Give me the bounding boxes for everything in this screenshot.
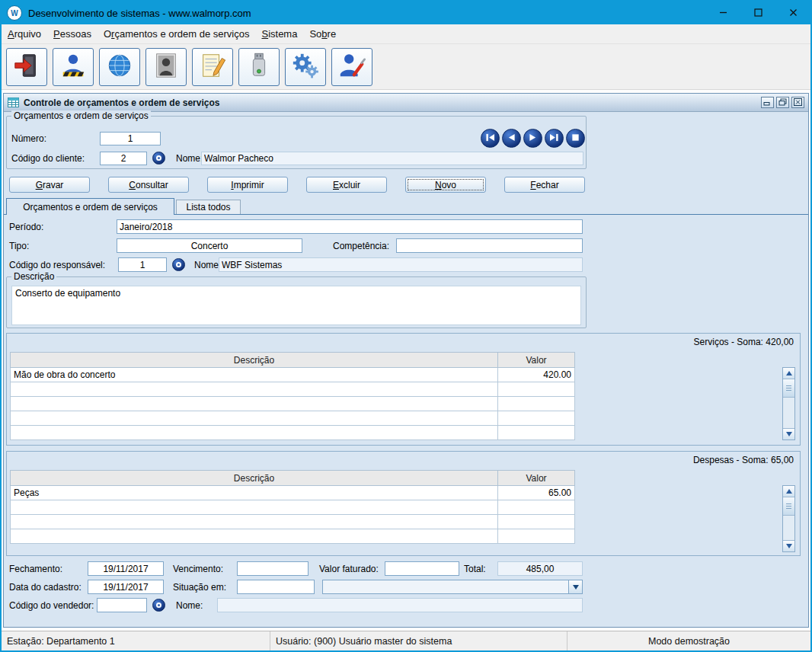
tab-lista-todos[interactable]: Lista todos — [176, 200, 241, 214]
descricao-textarea[interactable]: Conserto de equipamento — [11, 286, 581, 325]
toolbar-support-button[interactable] — [331, 48, 372, 86]
iw-minimize-button[interactable] — [761, 97, 774, 108]
cliente-lookup-button[interactable] — [152, 152, 165, 165]
imprimir-button[interactable]: Imprimir — [207, 177, 288, 193]
nav-previous-button[interactable] — [502, 129, 521, 148]
notepad-pencil-icon — [198, 51, 227, 82]
situacao-data-input[interactable] — [237, 580, 315, 594]
iw-restore-button[interactable] — [776, 97, 789, 108]
minimize-icon — [719, 8, 727, 19]
scroll-down-button[interactable] — [783, 540, 794, 551]
vencimento-label: Vencimento: — [173, 564, 223, 574]
situacao-combo-value[interactable] — [323, 580, 568, 593]
scroll-thumb[interactable] — [783, 497, 794, 516]
toolbar-web-button[interactable] — [99, 48, 140, 86]
scroll-up-button[interactable] — [783, 368, 794, 379]
toolbar-photo-button[interactable] — [145, 48, 187, 86]
numero-input[interactable] — [100, 132, 161, 145]
gravar-button[interactable]: Gravar — [9, 177, 90, 193]
status-estacao: Estação: Departamento 1 — [2, 631, 270, 650]
iw-close-icon — [794, 97, 802, 108]
nav-last-icon — [545, 129, 563, 149]
maximize-button[interactable] — [740, 2, 775, 24]
chevron-down-icon — [573, 585, 579, 590]
situacao-combobox[interactable] — [322, 580, 583, 594]
menu-item-sistema[interactable]: Sistema — [255, 24, 303, 43]
servicos-row-empty[interactable] — [11, 411, 575, 426]
technician-icon — [337, 51, 366, 82]
toolbar-people-button[interactable] — [53, 48, 94, 86]
toolbar-backup-button[interactable] — [238, 48, 280, 86]
servicos-table: Descrição Valor Mão de obra do concerto4… — [10, 352, 575, 440]
header-group-legend: Orçamentos e ordem de serviços — [11, 110, 151, 121]
scroll-up-button[interactable] — [783, 486, 794, 497]
data-cadastro-input[interactable] — [88, 580, 164, 594]
worker-icon — [59, 51, 88, 82]
toolbar-exit-button[interactable] — [6, 48, 47, 86]
fechar-button[interactable]: Fechar — [504, 177, 585, 193]
app-window: W Desenvolvimento de sistemas - www.walm… — [0, 0, 812, 652]
despesas-row-empty[interactable] — [11, 515, 575, 529]
iw-minimize-icon — [763, 97, 772, 108]
despesas-col-descricao: Descrição — [11, 471, 498, 486]
fechamento-label: Fechamento: — [9, 564, 62, 574]
servicos-scrollbar[interactable] — [782, 367, 795, 440]
periodo-input[interactable] — [117, 219, 583, 234]
minimize-button[interactable] — [705, 2, 740, 24]
menu-item-arquivo[interactable]: Arquivo — [2, 24, 47, 43]
nav-first-button[interactable] — [481, 129, 500, 148]
cliente-nome-field — [201, 152, 583, 165]
nav-last-button[interactable] — [545, 129, 564, 148]
despesas-row-empty[interactable] — [11, 500, 575, 515]
servicos-panel: Serviços - Soma: 420,00 Descrição Valor … — [6, 333, 801, 446]
despesas-row[interactable]: Peças65.00 — [11, 486, 575, 500]
status-usuario: Usuário: (900) Usuário master do sistema — [270, 631, 567, 650]
periodo-label: Período: — [9, 222, 43, 232]
scroll-thumb[interactable] — [783, 379, 794, 398]
menu-item-pessoas[interactable]: Pessoas — [47, 24, 98, 43]
valor-faturado-input[interactable] — [385, 561, 459, 576]
excluir-button[interactable]: Excluir — [306, 177, 387, 193]
menu-item-sobre[interactable]: Sobre — [303, 24, 342, 43]
total-label: Total: — [464, 564, 486, 574]
fechamento-input[interactable] — [88, 561, 164, 576]
competencia-input[interactable] — [396, 238, 583, 253]
vendedor-lookup-button[interactable] — [152, 599, 165, 612]
servicos-row-empty[interactable] — [11, 426, 575, 440]
despesas-col-valor: Valor — [498, 471, 575, 486]
tab-orcamentos[interactable]: Orçamentos e ordem de serviços — [6, 198, 174, 215]
consultar-button[interactable]: Consultar — [108, 177, 189, 193]
scroll-down-button[interactable] — [783, 428, 794, 439]
vendedor-codigo-input[interactable] — [97, 598, 147, 612]
despesas-table: Descrição Valor Peças65.00 — [10, 470, 575, 544]
toolbar-orders-button[interactable] — [192, 48, 233, 86]
toolbar-settings-button[interactable] — [285, 48, 326, 86]
tipo-input[interactable] — [117, 238, 302, 253]
numero-label: Número: — [11, 133, 46, 144]
servicos-row[interactable]: Mão de obra do concerto420.00 — [11, 368, 575, 382]
orders-window: Controle de orçamentos e ordem de serviç… — [3, 93, 809, 628]
arrow-down-icon — [786, 544, 792, 548]
app-logo-icon: W — [7, 5, 22, 21]
situacao-dropdown-button[interactable] — [568, 580, 582, 593]
servicos-row-empty[interactable] — [11, 397, 575, 411]
descricao-legend: Descrição — [11, 271, 56, 282]
nav-stop-button[interactable] — [566, 129, 585, 148]
total-field — [497, 561, 583, 576]
menu-item-orcamentos[interactable]: Orçamentos e ordem de serviços — [98, 24, 256, 43]
novo-button[interactable]: Novo — [405, 177, 486, 193]
responsavel-codigo-input[interactable] — [118, 257, 167, 272]
responsavel-lookup-button[interactable] — [172, 258, 185, 271]
iw-restore-icon — [778, 97, 787, 108]
orders-window-title: Controle de orçamentos e ordem de serviç… — [24, 97, 219, 108]
vencimento-input[interactable] — [237, 561, 308, 576]
despesas-scrollbar[interactable] — [782, 485, 795, 552]
close-button[interactable] — [775, 2, 810, 24]
despesas-row-empty[interactable] — [11, 529, 575, 544]
cliente-codigo-input[interactable] — [100, 152, 147, 165]
tabstrip: Orçamentos e ordem de serviços Lista tod… — [4, 197, 808, 215]
portrait-photo-icon — [152, 51, 181, 82]
servicos-row-empty[interactable] — [11, 382, 575, 397]
iw-close-button[interactable] — [791, 97, 804, 108]
nav-next-button[interactable] — [523, 129, 542, 148]
